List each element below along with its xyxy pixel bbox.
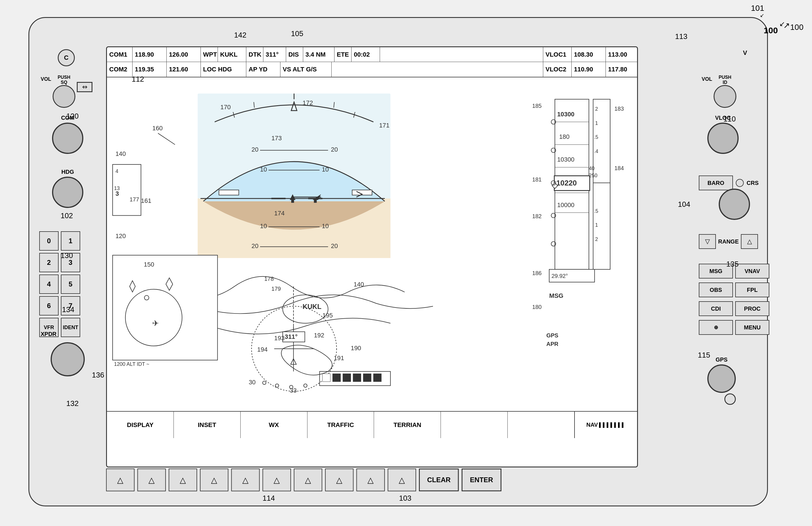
svg-text:150: 150 [144, 261, 155, 268]
top-bar-row1: COM1 118.90 126.00 WPT KUKL DTK 311° DIS… [107, 47, 637, 62]
arrow-btn-2[interactable]: △ [137, 469, 166, 491]
arrow-btn-5[interactable]: △ [231, 469, 260, 491]
obs-btn[interactable]: OBS [699, 283, 733, 297]
svg-line-108 [158, 133, 175, 144]
vol-sq-knob[interactable] [53, 85, 75, 108]
gps-knob[interactable] [707, 365, 736, 393]
svg-rect-52 [113, 255, 218, 360]
softkey-inset[interactable]: INSET [174, 412, 241, 438]
ref-105: 105 [291, 29, 303, 38]
arrow-btn-1[interactable]: △ [106, 469, 134, 491]
vloc1-freq2[interactable]: 113.00 [606, 47, 637, 62]
range-up-btn[interactable]: △ [741, 234, 758, 249]
menu-btn[interactable]: MENU [735, 320, 769, 335]
vol-push-assembly: VOL PUSH SQ ⇔ [41, 75, 92, 108]
arrow-btn-9[interactable]: △ [357, 469, 385, 491]
svg-text:2: 2 [595, 237, 598, 242]
arrow-btn-4[interactable]: △ [200, 469, 228, 491]
svg-text:GPS: GPS [546, 332, 558, 339]
avionics-device: 100 ↗ 101 ↙ C VOL PUSH SQ ⇔ COM [28, 17, 768, 506]
com2-freq2[interactable]: 121.60 [167, 62, 201, 77]
ident-btn[interactable]: IDENT [61, 318, 80, 337]
vnav-btn[interactable]: VNAV [735, 264, 769, 279]
softkey-traffic[interactable]: TRAFFIC [307, 412, 374, 438]
svg-text:33: 33 [290, 387, 296, 394]
svg-text:29.92°: 29.92° [551, 273, 568, 279]
ref-103: 103 [399, 494, 411, 503]
svg-text:10300: 10300 [557, 111, 575, 118]
direct-btn[interactable]: ⊕ [699, 320, 733, 335]
key-1[interactable]: 1 [61, 231, 80, 251]
enter-button[interactable]: ENTER [462, 469, 502, 491]
svg-text:KUKL: KUKL [303, 303, 321, 310]
xpdr-knob[interactable] [50, 342, 85, 376]
arrow-btn-7[interactable]: △ [294, 469, 322, 491]
svg-text:172: 172 [303, 99, 313, 106]
crs-knob[interactable] [719, 189, 750, 220]
softkey-display[interactable]: DISPLAY [107, 412, 174, 438]
svg-text:181: 181 [532, 176, 541, 183]
cdi-btn[interactable]: CDI [699, 301, 733, 316]
hdg-knob[interactable] [52, 177, 83, 208]
svg-text:140: 140 [115, 150, 126, 157]
loc-hdg-btn[interactable]: LOC HDG [201, 62, 246, 77]
arrow-btn-6[interactable]: △ [262, 469, 291, 491]
svg-text:.5: .5 [594, 208, 598, 214]
arrow-toggle-btn[interactable]: ⇔ [77, 82, 92, 92]
svg-text:1: 1 [595, 222, 598, 228]
ref-142: 142 [234, 31, 246, 40]
key-0[interactable]: 0 [39, 231, 59, 251]
gps-indicator [724, 394, 736, 405]
com1-freq2[interactable]: 126.00 [167, 47, 201, 62]
svg-text:.4: .4 [594, 148, 598, 154]
com-knob[interactable] [52, 123, 83, 154]
svg-text:178: 178 [264, 276, 274, 282]
right-vol-knob[interactable] [714, 85, 736, 108]
baro-btn[interactable]: BARO [699, 175, 733, 190]
wpt-id: KUKL [218, 47, 246, 62]
ref-101-line: ↙ [760, 12, 764, 18]
vloc2-freq1[interactable]: 110.90 [572, 62, 606, 77]
svg-rect-90 [219, 190, 239, 195]
spacer1 [380, 47, 543, 62]
com1-freq1[interactable]: 118.90 [132, 47, 167, 62]
svg-text:177: 177 [130, 196, 139, 202]
svg-text:140: 140 [353, 281, 364, 288]
proc-btn[interactable]: PROC [735, 301, 769, 316]
softkey-terrain[interactable]: TERRIAN [374, 412, 441, 438]
fpl-btn[interactable]: FPL [735, 283, 769, 297]
key-6[interactable]: 6 [39, 296, 59, 315]
softkey-wx[interactable]: WX [241, 412, 307, 438]
range-down-btn[interactable]: ▽ [699, 234, 716, 249]
svg-text:10: 10 [322, 166, 329, 173]
key-2[interactable]: 2 [39, 253, 59, 272]
clear-button[interactable]: CLEAR [419, 469, 459, 491]
vloc1-freq1[interactable]: 108.30 [572, 47, 606, 62]
vs-alt-gs-btn[interactable]: VS ALT G/S [280, 62, 332, 77]
top-bar-row2: COM2 119.35 121.60 LOC HDG AP YD VS ALT … [107, 62, 637, 77]
arrow-btn-8[interactable]: △ [325, 469, 353, 491]
vloc2-freq2[interactable]: 117.80 [606, 62, 637, 77]
svg-rect-47 [333, 374, 340, 382]
ap-yd-btn[interactable]: AP YD [246, 62, 280, 77]
svg-text:MSG: MSG [549, 292, 563, 299]
arrow-btn-3[interactable]: △ [169, 469, 197, 491]
crs-label: CRS [746, 180, 758, 186]
baro-indicator [736, 179, 744, 187]
display-content-area: 20 20 10 10 10 10 20 20 [107, 78, 637, 438]
svg-text:10000: 10000 [557, 201, 575, 209]
c-button[interactable]: C [58, 49, 75, 66]
key-5[interactable]: 5 [61, 274, 80, 294]
svg-text:194: 194 [257, 346, 267, 353]
ref-130: 130 [61, 251, 73, 260]
vol-label: VOL [41, 76, 51, 82]
arrow-btn-10[interactable]: △ [388, 469, 416, 491]
vloc-knob[interactable] [707, 123, 739, 154]
svg-text:184: 184 [614, 165, 624, 171]
svg-text:10: 10 [260, 223, 267, 230]
svg-text:120: 120 [115, 232, 126, 240]
svg-text:171: 171 [379, 122, 390, 129]
key-4[interactable]: 4 [39, 274, 59, 294]
ete-val: 00:02 [351, 47, 380, 62]
softkey-empty1 [441, 412, 508, 438]
